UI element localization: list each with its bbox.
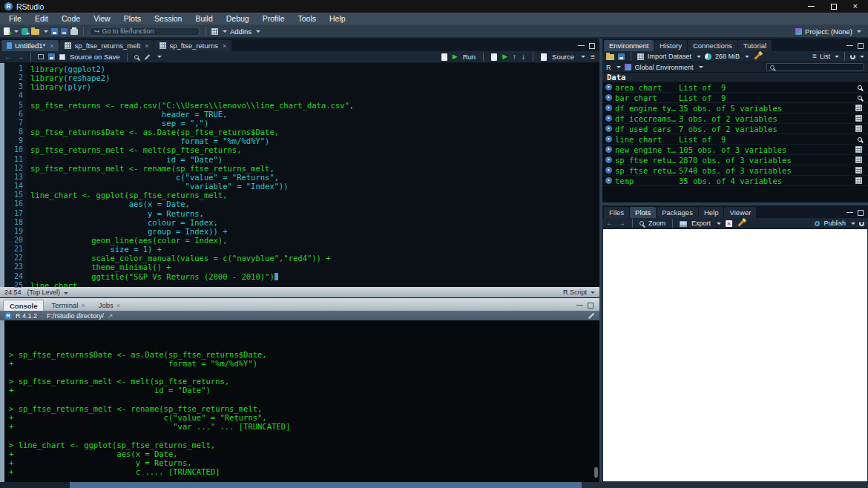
- find-replace-icon[interactable]: [134, 55, 139, 59]
- minimize-button[interactable]: [808, 6, 815, 7]
- expand-object-icon[interactable]: ▸: [605, 177, 612, 184]
- environment-object-row[interactable]: ▸df_icecreams…3 obs. of 2 variables: [602, 113, 868, 124]
- expand-object-icon[interactable]: ▸: [605, 156, 612, 163]
- tab-close-icon[interactable]: ×: [145, 42, 148, 50]
- menu-item-debug[interactable]: Debug: [220, 13, 255, 24]
- expand-object-icon[interactable]: ▸: [605, 105, 612, 111]
- environment-search-input[interactable]: [777, 64, 858, 71]
- tab-console[interactable]: Console: [3, 300, 44, 311]
- expand-object-icon[interactable]: ▸: [605, 115, 612, 122]
- menu-item-build[interactable]: Build: [189, 13, 218, 24]
- next-plot-icon[interactable]: →: [618, 220, 625, 227]
- menu-item-view[interactable]: View: [88, 13, 116, 24]
- tab-connections[interactable]: Connections: [688, 40, 737, 51]
- tab-tutorial[interactable]: Tutorial: [738, 40, 772, 51]
- refresh-environment-icon[interactable]: [850, 54, 855, 59]
- console-minimize-icon[interactable]: [576, 305, 583, 306]
- environment-object-row[interactable]: ▸temp35 obs. of 4 variables: [602, 176, 868, 186]
- tab-untitled1[interactable]: Untitled1*×: [1, 40, 59, 51]
- code-editor[interactable]: 1234567891011121314151617181920212223242…: [0, 63, 599, 287]
- view-data-icon[interactable]: [855, 125, 862, 132]
- view-data-icon[interactable]: [855, 105, 862, 111]
- language-selector[interactable]: R: [606, 64, 611, 71]
- back-icon[interactable]: ←: [4, 53, 12, 61]
- new-file-icon[interactable]: [4, 27, 10, 35]
- popout-icon[interactable]: [38, 54, 44, 59]
- list-view-button[interactable]: List: [820, 53, 830, 60]
- environment-object-row[interactable]: ▸area_chartList of 9: [602, 82, 868, 93]
- menu-item-code[interactable]: Code: [56, 13, 86, 24]
- tab-plots[interactable]: Plots: [630, 207, 656, 218]
- inspect-object-icon[interactable]: [858, 85, 862, 90]
- run-button[interactable]: Run: [463, 53, 476, 61]
- remove-plot-icon[interactable]: ×: [726, 220, 732, 227]
- restore-button[interactable]: [831, 4, 837, 10]
- run-previous-icon[interactable]: ↑: [513, 53, 516, 61]
- menu-item-help[interactable]: Help: [323, 13, 352, 24]
- tab-close-icon[interactable]: ×: [50, 42, 53, 50]
- menu-item-profile[interactable]: Profile: [257, 13, 291, 24]
- view-data-icon[interactable]: [855, 156, 862, 163]
- save-icon[interactable]: [51, 28, 58, 35]
- forward-icon[interactable]: →: [16, 53, 24, 61]
- open-directory-icon[interactable]: ↗: [108, 312, 114, 320]
- tab-close-icon[interactable]: ×: [116, 302, 120, 309]
- console-pencil-icon[interactable]: [588, 312, 594, 318]
- console-maximize-icon[interactable]: [588, 303, 594, 309]
- environment-object-row[interactable]: ▸df_used_cars7 obs. of 2 variables: [602, 124, 868, 134]
- memory-usage-label[interactable]: 268 MiB: [715, 53, 740, 60]
- file-type-indicator[interactable]: R Script: [563, 288, 587, 296]
- inspect-object-icon[interactable]: [858, 137, 862, 142]
- expand-object-icon[interactable]: ▸: [605, 146, 612, 153]
- tab-history[interactable]: History: [654, 40, 687, 51]
- rerun-icon[interactable]: [491, 53, 497, 61]
- environment-minimize-icon[interactable]: [846, 45, 853, 46]
- environment-object-row[interactable]: ▸df_engine_ty…35 obs. of 5 variables: [602, 103, 868, 113]
- source-caret-icon[interactable]: [581, 56, 585, 58]
- tab-sp-ftse-returns[interactable]: sp_ftse_returns×: [154, 40, 231, 51]
- view-data-icon[interactable]: [855, 177, 862, 184]
- source-button[interactable]: Source: [552, 53, 574, 61]
- view-data-icon[interactable]: [855, 146, 862, 153]
- code-tools-icon[interactable]: [144, 54, 150, 60]
- tab-environment[interactable]: Environment: [604, 40, 654, 51]
- save-source-icon[interactable]: [48, 53, 55, 60]
- menu-item-session[interactable]: Session: [148, 13, 188, 24]
- expand-object-icon[interactable]: ▸: [605, 125, 612, 132]
- open-file-icon[interactable]: [31, 29, 39, 35]
- source-on-save-checkbox[interactable]: [59, 54, 65, 60]
- expand-object-icon[interactable]: ▸: [605, 136, 612, 142]
- expand-object-icon[interactable]: ▸: [605, 167, 612, 174]
- addins-button[interactable]: Addins: [230, 27, 251, 36]
- refresh-plots-icon[interactable]: [859, 221, 864, 226]
- clear-plots-icon[interactable]: [737, 220, 743, 226]
- expand-object-icon[interactable]: ▸: [605, 94, 612, 101]
- environment-search-box[interactable]: [766, 63, 864, 71]
- zoom-button[interactable]: Zoom: [648, 220, 665, 227]
- console-output[interactable]: > sp_ftse_returns$Date <- as.Date(sp_fts…: [0, 320, 599, 482]
- tab-jobs[interactable]: Jobs×: [93, 300, 126, 311]
- plots-minimize-icon[interactable]: [846, 212, 853, 213]
- tab-packages[interactable]: Packages: [657, 207, 698, 218]
- tab-sp-ftse-returns-melt[interactable]: sp_ftse_returns_melt×: [59, 40, 154, 51]
- tab-help[interactable]: Help: [699, 207, 724, 218]
- plots-maximize-icon[interactable]: [858, 210, 864, 216]
- export-button[interactable]: Export: [691, 220, 711, 227]
- source-maximize-icon[interactable]: [589, 43, 595, 49]
- view-data-icon[interactable]: [855, 167, 862, 174]
- console-scrollbar-thumb[interactable]: [594, 467, 598, 478]
- tab-close-icon[interactable]: ×: [81, 302, 85, 309]
- open-file-caret-icon[interactable]: [44, 30, 48, 33]
- previous-plot-icon[interactable]: ←: [606, 220, 614, 227]
- tab-viewer[interactable]: Viewer: [724, 207, 756, 218]
- menu-item-file[interactable]: File: [3, 13, 27, 24]
- close-button[interactable]: ×: [853, 2, 858, 10]
- project-selector[interactable]: Project: (None): [795, 27, 864, 36]
- scope-indicator[interactable]: (Top Level): [27, 288, 68, 296]
- menu-item-edit[interactable]: Edit: [29, 13, 54, 24]
- menu-item-plots[interactable]: Plots: [118, 13, 147, 24]
- save-all-icon[interactable]: [61, 28, 68, 35]
- environment-selector[interactable]: Global Environment: [635, 64, 694, 71]
- goto-file-box[interactable]: ↪: [89, 27, 200, 36]
- workspace-panes-icon[interactable]: [211, 28, 218, 35]
